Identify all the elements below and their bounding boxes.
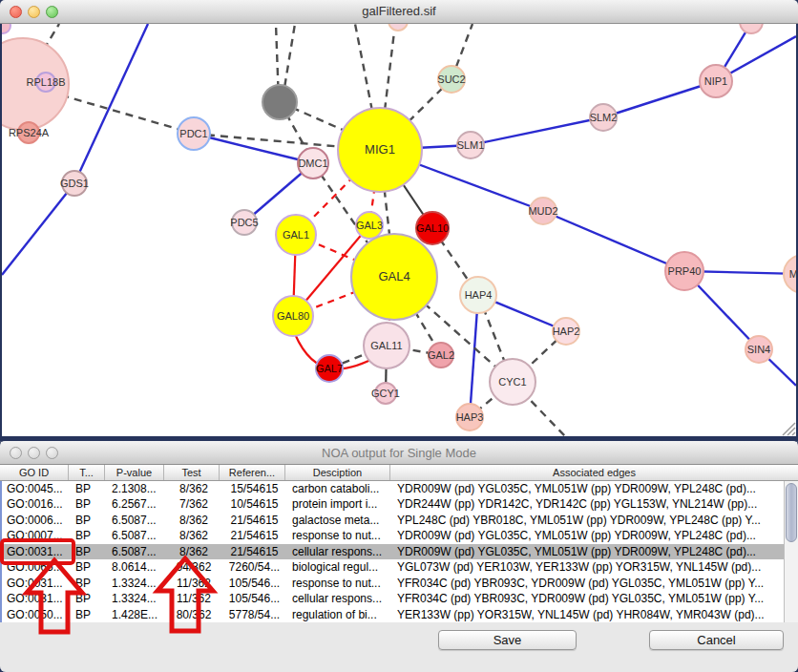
table-row[interactable]: GO:0007...BP6.5087...8/36221/54615respon… [2, 528, 784, 543]
table-row[interactable]: GO:0065...BP8.0614...94/3627260/54...bio… [2, 559, 784, 575]
edge-blue [2, 183, 74, 275]
node-MSL1[interactable]: MSL1 [784, 255, 796, 293]
table-row[interactable]: GO:0006...BP6.5087...8/36221/54615galact… [2, 513, 784, 528]
node-GAL2[interactable]: GAL2 [428, 343, 454, 368]
cell-c-edges: YPL248C (pd) YBR018C, YML051W (pp) YDR00… [392, 513, 784, 528]
node-HAP4[interactable]: HAP4 [460, 277, 496, 313]
node-HAP3[interactable]: HAP3 [456, 404, 484, 430]
network-window-title: galFiltered.sif [0, 4, 798, 18]
cell-c-type: BP [71, 481, 107, 496]
cell-c-pval: 6.5087... [107, 513, 166, 528]
cell-c-edges: YGL073W (pd) YER103W, YER133W (pp) YOR31… [392, 559, 784, 575]
node-GCY1[interactable]: GCY1 [371, 383, 400, 404]
node-unnamed-gray[interactable] [262, 85, 297, 119]
node-label: PRP40 [668, 265, 702, 277]
node-MIG1[interactable]: MIG1 [338, 108, 422, 192]
cancel-button[interactable]: Cancel [649, 630, 784, 650]
cell-c-ref: 21/54615 [221, 528, 287, 543]
cell-c-goid: GO:0016... [2, 496, 71, 512]
node-GAL10[interactable]: GAL10 [416, 212, 449, 244]
table-row[interactable]: GO:0050...BP1.428E...80/3625778/54...reg… [2, 607, 784, 622]
node-MUD2[interactable]: MUD2 [528, 198, 557, 224]
cell-c-test: 94/362 [166, 559, 221, 575]
cell-c-test: 80/362 [166, 607, 221, 622]
column-header-c-goid[interactable]: GO ID [0, 465, 69, 480]
cell-c-ref: 5778/54... [221, 607, 287, 622]
cell-c-test: 8/362 [166, 528, 221, 543]
cell-c-ref: 21/54615 [221, 513, 287, 528]
column-header-c-type[interactable]: T... [69, 465, 105, 480]
cell-c-test: 8/362 [166, 544, 221, 559]
node-SUC2[interactable]: SUC2 [437, 66, 465, 93]
column-header-c-desc[interactable]: Desciption [285, 465, 390, 480]
node-GDS1[interactable]: GDS1 [60, 171, 89, 196]
node-SLM2[interactable]: SLM2 [590, 104, 618, 131]
table-row[interactable]: GO:0045...BP2.1308...8/36215/54615carbon… [2, 481, 784, 496]
network-graph: RPL18BRPS24AGDS1PDC1DMC1MIG1SUC2NIP1SLM2… [2, 24, 796, 436]
node-label: GAL3 [356, 220, 383, 231]
scrollbar-thumb[interactable] [786, 483, 797, 542]
table-row[interactable]: GO:0031...BP1.3324...11/362105/546...cel… [2, 591, 784, 606]
node-label: MIG1 [365, 142, 395, 157]
cell-c-ref: 15/54615 [221, 481, 287, 496]
column-header-c-test[interactable]: Test [164, 465, 220, 480]
node-label: HAP2 [553, 326, 580, 337]
noa-window-titlebar[interactable]: NOA output for Single Mode [0, 441, 798, 465]
node-label: SLM2 [590, 112, 618, 123]
edge-blue [603, 81, 716, 117]
node-SLM1[interactable]: SLM1 [457, 132, 485, 158]
column-header-c-ref[interactable]: Referen... [220, 465, 285, 480]
cell-c-pval: 1.3324... [107, 576, 166, 591]
node-CYC1[interactable]: CYC1 [490, 359, 536, 405]
cell-c-goid: GO:0045... [2, 481, 71, 496]
node-PDC1[interactable]: PDC1 [178, 117, 210, 150]
node-label: NIP1 [704, 75, 727, 87]
network-window-titlebar[interactable]: galFiltered.sif [0, 0, 798, 24]
desktop: galFiltered.sif RPL18BRPS24AGDS1PDC1DMC1… [0, 0, 798, 672]
node-GAL7[interactable]: GAL7 [316, 355, 343, 382]
node-label: SUC2 [437, 74, 465, 85]
table-row[interactable]: GO:0031...BP6.5087...8/36221/54615cellul… [2, 544, 784, 559]
noa-window-title: NOA output for Single Mode [0, 446, 798, 460]
node-label: HAP3 [456, 411, 484, 423]
cell-c-type: BP [71, 559, 107, 575]
cell-c-desc: response to nut... [287, 528, 392, 543]
node-label: GAL80 [277, 310, 309, 322]
save-button[interactable]: Save [438, 630, 577, 650]
node-label: GDS1 [60, 178, 89, 189]
table-row[interactable]: GO:0016...BP6.2567...7/36210/54615protei… [2, 496, 784, 512]
node-GAL3[interactable]: GAL3 [356, 212, 383, 239]
node-corner-sliver[interactable] [2, 24, 10, 33]
node-GAL80[interactable]: GAL80 [273, 296, 313, 336]
node-PRP40[interactable]: PRP40 [665, 252, 704, 290]
node-NIP1[interactable]: NIP1 [700, 65, 732, 97]
node-PDC5[interactable]: PDC5 [230, 210, 258, 235]
node-label: SIN4 [747, 344, 770, 355]
column-header-c-pval[interactable]: P-value [105, 465, 164, 480]
cell-c-edges: YDR009W (pd) YGL035C, YML051W (pp) YDR00… [392, 528, 784, 543]
cell-c-desc: carbon cataboli... [287, 481, 392, 496]
node-GAL11[interactable]: GAL11 [364, 323, 410, 368]
button-bar: Save Cancel [0, 622, 798, 672]
node-GAL1[interactable]: GAL1 [276, 215, 316, 255]
table-row[interactable]: GO:0031...BP1.3324...11/362105/546...res… [2, 576, 784, 591]
resize-grip[interactable] [783, 423, 795, 435]
cell-c-goid: GO:0031... [2, 591, 71, 606]
node-SIN4[interactable]: SIN4 [746, 336, 772, 363]
node-top-right-pink[interactable] [740, 24, 763, 33]
network-canvas[interactable]: RPL18BRPS24AGDS1PDC1DMC1MIG1SUC2NIP1SLM2… [2, 24, 796, 436]
node-label: RPS24A [9, 127, 50, 138]
column-header-c-edges[interactable]: Associated edges [390, 465, 798, 480]
node-top-center-pink[interactable] [388, 24, 408, 31]
node-label: MSL1 [789, 268, 796, 280]
node-GAL4[interactable]: GAL4 [351, 234, 437, 320]
cell-c-type: BP [71, 496, 107, 512]
node-DMC1[interactable]: DMC1 [298, 148, 328, 178]
cell-c-desc: cellular respons... [287, 591, 392, 606]
cell-c-pval: 1.3324... [107, 591, 166, 606]
cell-c-edges: YDR009W (pd) YGL035C, YML051W (pp) YDR00… [392, 481, 784, 496]
node-HAP2[interactable]: HAP2 [553, 318, 580, 345]
vertical-scrollbar[interactable] [784, 481, 798, 622]
noa-window: NOA output for Single Mode GO IDT...P-va… [0, 441, 798, 672]
table-header[interactable]: GO IDT...P-valueTestReferen...Desciption… [0, 465, 798, 481]
